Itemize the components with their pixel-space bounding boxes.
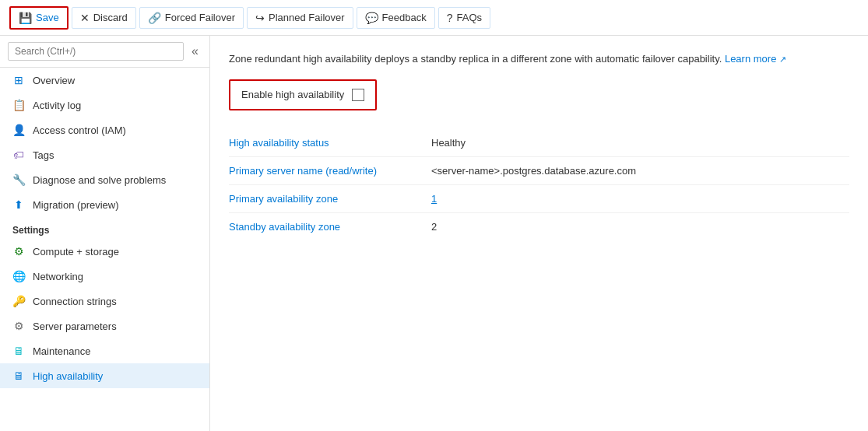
sidebar: « ⊞ Overview 📋 Activity log 👤 Access con… bbox=[0, 36, 210, 431]
sidebar-item-networking[interactable]: 🌐 Networking bbox=[0, 264, 209, 289]
field-value: <server-name>.postgres.database.azure.co… bbox=[431, 156, 849, 184]
faqs-label: FAQs bbox=[456, 12, 482, 23]
forced-failover-icon: 🔗 bbox=[148, 12, 161, 24]
discard-icon: ✕ bbox=[80, 12, 90, 24]
faqs-icon: ? bbox=[447, 12, 453, 24]
external-link-icon: ↗ bbox=[779, 54, 786, 64]
sidebar-item-migration[interactable]: ⬆ Migration (preview) bbox=[0, 192, 209, 217]
overview-icon: ⊞ bbox=[12, 74, 25, 86]
toolbar: 💾 Save ✕ Discard 🔗 Forced Failover ↪ Pla… bbox=[0, 0, 868, 36]
enable-ha-label: Enable high availability bbox=[241, 89, 344, 100]
table-row: Primary availability zone1 bbox=[229, 184, 849, 212]
search-bar: « bbox=[0, 36, 209, 68]
planned-failover-button[interactable]: ↪ Planned Failover bbox=[247, 7, 353, 29]
sidebar-item-label: Overview bbox=[33, 75, 75, 86]
feedback-label: Feedback bbox=[382, 12, 427, 23]
field-label: High availability status bbox=[229, 129, 431, 157]
sidebar-item-label: Access control (IAM) bbox=[33, 124, 126, 136]
sidebar-item-compute-storage[interactable]: ⚙ Compute + storage bbox=[0, 239, 209, 264]
field-label: Standby availability zone bbox=[229, 212, 431, 240]
sidebar-item-high-availability[interactable]: 🖥 High availability bbox=[0, 363, 209, 388]
sidebar-item-label: Server parameters bbox=[33, 321, 117, 332]
learn-more-link[interactable]: Learn more bbox=[725, 53, 776, 65]
field-value-link[interactable]: 1 bbox=[431, 193, 437, 205]
sidebar-item-overview[interactable]: ⊞ Overview bbox=[0, 68, 209, 93]
server-parameters-icon: ⚙ bbox=[12, 320, 25, 332]
compute-storage-icon: ⚙ bbox=[12, 245, 25, 258]
sidebar-item-maintenance[interactable]: 🖥 Maintenance bbox=[0, 338, 209, 363]
migration-icon: ⬆ bbox=[12, 198, 25, 211]
sidebar-item-server-parameters[interactable]: ⚙ Server parameters bbox=[0, 314, 209, 338]
save-button[interactable]: 💾 Save bbox=[9, 6, 69, 30]
settings-section-header: Settings bbox=[0, 217, 209, 239]
networking-icon: 🌐 bbox=[12, 270, 25, 282]
sidebar-item-label: Maintenance bbox=[33, 345, 90, 357]
maintenance-icon: 🖥 bbox=[12, 345, 25, 357]
save-icon: 💾 bbox=[19, 12, 32, 24]
ha-info-table: High availability statusHealthyPrimary s… bbox=[229, 129, 849, 240]
feedback-button[interactable]: 💬 Feedback bbox=[357, 7, 435, 29]
field-label: Primary server name (read/write) bbox=[229, 156, 431, 184]
activity-log-icon: 📋 bbox=[12, 99, 25, 111]
sidebar-item-label: Connection strings bbox=[33, 296, 117, 307]
sidebar-item-label: Networking bbox=[33, 271, 83, 282]
sidebar-item-diagnose[interactable]: 🔧 Diagnose and solve problems bbox=[0, 167, 209, 192]
forced-failover-label: Forced Failover bbox=[165, 12, 235, 23]
sidebar-item-label: Activity log bbox=[33, 100, 81, 111]
sidebar-item-tags[interactable]: 🏷 Tags bbox=[0, 142, 209, 167]
planned-failover-icon: ↪ bbox=[255, 12, 265, 24]
tags-icon: 🏷 bbox=[12, 149, 25, 161]
save-label: Save bbox=[36, 12, 59, 23]
field-value: 2 bbox=[431, 212, 849, 240]
table-row: High availability statusHealthy bbox=[229, 129, 849, 157]
sidebar-item-connection-strings[interactable]: 🔑 Connection strings bbox=[0, 289, 209, 314]
description-text: Zone redundant high availability deploys… bbox=[229, 51, 849, 67]
diagnose-icon: 🔧 bbox=[12, 173, 25, 186]
sidebar-item-label: Diagnose and solve problems bbox=[33, 174, 166, 186]
planned-failover-label: Planned Failover bbox=[269, 12, 345, 23]
discard-button[interactable]: ✕ Discard bbox=[72, 7, 136, 29]
sidebar-item-access-control[interactable]: 👤 Access control (IAM) bbox=[0, 117, 209, 142]
feedback-icon: 💬 bbox=[365, 12, 378, 24]
content-area: Zone redundant high availability deploys… bbox=[210, 36, 868, 431]
faqs-button[interactable]: ? FAQs bbox=[438, 7, 490, 29]
forced-failover-button[interactable]: 🔗 Forced Failover bbox=[139, 7, 244, 29]
enable-ha-container: Enable high availability bbox=[229, 79, 377, 110]
access-control-icon: 👤 bbox=[12, 124, 25, 136]
connection-strings-icon: 🔑 bbox=[12, 295, 25, 307]
sidebar-item-label: High availability bbox=[33, 370, 103, 382]
sidebar-item-label: Tags bbox=[33, 149, 54, 161]
sidebar-item-label: Migration (preview) bbox=[33, 199, 119, 211]
table-row: Primary server name (read/write)<server-… bbox=[229, 156, 849, 184]
table-row: Standby availability zone2 bbox=[229, 212, 849, 240]
main-layout: « ⊞ Overview 📋 Activity log 👤 Access con… bbox=[0, 36, 868, 431]
sidebar-item-activity-log[interactable]: 📋 Activity log bbox=[0, 93, 209, 117]
discard-label: Discard bbox=[93, 12, 128, 23]
high-availability-icon: 🖥 bbox=[12, 370, 25, 382]
enable-ha-checkbox[interactable] bbox=[352, 89, 364, 101]
field-label: Primary availability zone bbox=[229, 184, 431, 212]
search-input[interactable] bbox=[8, 42, 184, 61]
collapse-button[interactable]: « bbox=[188, 43, 202, 60]
sidebar-item-label: Compute + storage bbox=[33, 246, 119, 258]
field-value: 1 bbox=[431, 184, 849, 212]
field-value: Healthy bbox=[431, 129, 849, 157]
